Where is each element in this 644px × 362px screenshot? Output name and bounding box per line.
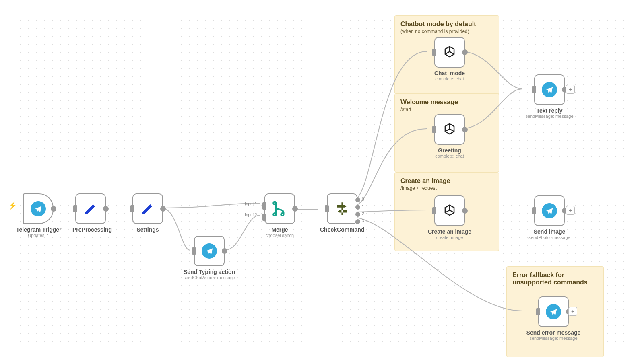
node-title: Create an image <box>427 228 472 235</box>
node-title: Chat_mode <box>427 70 472 76</box>
node-text-reply[interactable]: Text reply sendMessage: message <box>523 74 576 119</box>
node-title: Merge <box>262 226 298 233</box>
node-title: Send Typing action <box>181 269 237 275</box>
node-subtitle: sendPhoto: message <box>523 235 576 240</box>
sticky-subtitle: (when no command is provided) <box>400 29 493 34</box>
node-create-image[interactable]: Create an image create: image <box>427 195 472 240</box>
node-title: Greeting <box>427 147 472 154</box>
openai-icon <box>442 122 457 137</box>
output-port[interactable] <box>462 127 468 132</box>
node-subtitle: chooseBranch <box>262 233 298 238</box>
sticky-title: Error fallback for unsupported commands <box>512 272 598 286</box>
output-port[interactable] <box>160 206 166 212</box>
telegram-icon <box>546 304 561 319</box>
node-chat-mode[interactable]: Chat_mode complete: chat <box>427 37 472 81</box>
sticky-subtitle: /image + request <box>400 185 493 191</box>
input-port-2[interactable]: Input 2 <box>262 214 266 221</box>
node-check-command[interactable]: 0 1 2 3 CheckCommand <box>320 193 364 233</box>
output-port[interactable] <box>462 49 468 55</box>
branch-icon <box>272 201 287 216</box>
telegram-icon <box>202 243 217 259</box>
input-port[interactable] <box>325 205 329 212</box>
node-greeting[interactable]: Greeting complete: chat <box>427 114 472 158</box>
add-node-button[interactable]: + <box>566 206 575 215</box>
input-port[interactable] <box>532 207 536 214</box>
node-subtitle: sendMessage: message <box>523 114 576 119</box>
node-title: Settings <box>130 226 166 233</box>
node-title: Send image <box>523 228 576 235</box>
output-port-3[interactable]: 3 <box>355 219 360 224</box>
input-port[interactable] <box>432 207 436 214</box>
workflow-canvas[interactable]: Chatbot mode by default (when no command… <box>0 0 644 362</box>
node-subtitle: create: image <box>427 235 472 240</box>
node-title: CheckCommand <box>320 226 364 233</box>
node-title: Send error message <box>523 329 584 336</box>
node-send-error[interactable]: Send error message sendMessage: message <box>523 296 584 341</box>
input-port[interactable] <box>432 49 436 56</box>
input-port[interactable] <box>73 205 77 212</box>
sticky-title: Welcome message <box>400 99 493 106</box>
add-node-button[interactable]: + <box>566 85 575 94</box>
output-port[interactable] <box>51 206 56 212</box>
pencil-icon <box>140 201 155 216</box>
openai-icon <box>442 203 457 218</box>
node-send-image[interactable]: Send image sendPhoto: message <box>523 195 576 240</box>
input-port[interactable] <box>532 86 536 93</box>
sticky-title: Create an image <box>400 177 493 185</box>
node-merge[interactable]: Input 1 Input 2 Merge chooseBranch <box>262 193 298 238</box>
trigger-bolt-icon: ⚡ <box>8 201 17 210</box>
node-preprocessing[interactable]: PreProcessing <box>72 193 109 233</box>
add-node-button[interactable]: + <box>568 307 577 316</box>
node-subtitle: sendChatAction: message <box>181 275 237 280</box>
node-subtitle: sendMessage: message <box>523 336 584 341</box>
openai-icon <box>442 45 457 60</box>
telegram-icon <box>31 201 46 216</box>
output-port[interactable] <box>462 208 468 214</box>
node-telegram-trigger[interactable]: Telegram Trigger Updates: * <box>16 193 60 238</box>
output-port-0[interactable]: 0 <box>355 197 360 202</box>
node-send-typing[interactable]: Send Typing action sendChatAction: messa… <box>181 236 237 280</box>
input-port[interactable] <box>130 205 134 212</box>
telegram-icon <box>542 82 557 97</box>
input-port[interactable] <box>192 247 196 255</box>
input-port[interactable] <box>536 308 540 315</box>
output-port-1[interactable]: 1 <box>355 205 360 210</box>
input-port[interactable] <box>432 126 436 133</box>
node-settings[interactable]: Settings <box>130 193 166 233</box>
output-port[interactable] <box>222 248 227 254</box>
output-port[interactable] <box>292 206 298 212</box>
sticky-subtitle: /start <box>400 107 493 112</box>
node-title: PreProcessing <box>72 226 109 233</box>
node-subtitle: complete: chat <box>427 154 472 158</box>
input-port-1[interactable]: Input 1 <box>262 202 266 210</box>
pencil-icon <box>83 201 98 216</box>
signpost-icon <box>334 201 350 216</box>
sticky-title: Chatbot mode by default <box>400 21 493 28</box>
output-port[interactable] <box>103 206 109 212</box>
telegram-icon <box>542 203 557 218</box>
node-subtitle: Updates: * <box>16 233 60 238</box>
node-title: Telegram Trigger <box>16 226 60 233</box>
output-port-2[interactable]: 2 <box>355 212 360 217</box>
node-title: Text reply <box>523 107 576 114</box>
node-subtitle: complete: chat <box>427 76 472 81</box>
